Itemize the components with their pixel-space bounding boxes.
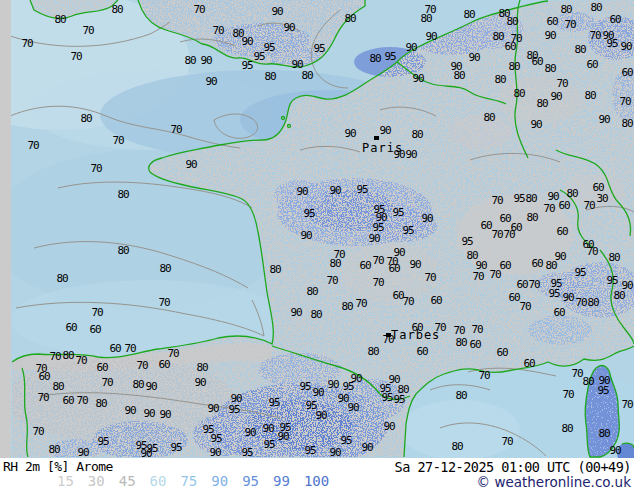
color-scale: 1530456075909599100 (57, 474, 329, 489)
rh-value-label: 90 (388, 374, 399, 385)
rh-value-label: 70 (355, 298, 366, 309)
rh-value-label: 80 (560, 4, 571, 15)
rh-value-label: 95 (210, 433, 221, 444)
rh-value-label: 70 (589, 30, 600, 41)
rh-value-label: 90 (350, 373, 361, 384)
rh-value-label: 95 (597, 385, 608, 396)
rh-value-label: 70 (101, 377, 112, 388)
rh-value-label: 90 (315, 410, 326, 421)
rh-value-label: 95 (393, 394, 404, 405)
rh-value-label: 90 (409, 259, 420, 270)
rh-value-label: 60 (158, 359, 169, 370)
rh-value-label: 95 (263, 439, 274, 450)
rh-value-label: 95 (461, 236, 472, 247)
rh-value-label: 80 (301, 70, 312, 81)
rh-value-label: 70 (562, 389, 573, 400)
rh-value-label: 90 (327, 379, 338, 390)
weather-map: 8070908070707080909095957095807080909080… (0, 0, 634, 458)
rh-value-label: 90 (379, 125, 390, 136)
rh-value-label: 90 (140, 448, 151, 459)
rh-value-label: 90 (296, 186, 307, 197)
rh-value-label: 70 (21, 38, 32, 49)
rh-value-label: 80 (526, 212, 537, 223)
rh-value-label: 70 (193, 4, 204, 15)
rh-value-label: 90 (547, 191, 558, 202)
rh-value-label: 80 (411, 129, 422, 140)
rh-value-label: 60 (504, 41, 515, 52)
rh-value-label: 60 (496, 347, 507, 358)
rh-value-label: 90 (329, 447, 340, 458)
rh-value-label: 60 (558, 200, 569, 211)
rh-value-label: 90 (244, 427, 255, 438)
rh-value-label: 95 (97, 436, 108, 447)
rh-value-label: 70 (402, 296, 413, 307)
rh-value-label: 80 (196, 362, 207, 373)
rh-value-label: 80 (587, 297, 598, 308)
rh-value-label: 80 (341, 301, 352, 312)
rh-value-label: 90 (412, 73, 423, 84)
rh-value-label: 80 (582, 376, 593, 387)
rh-value-label: 90 (383, 421, 394, 432)
rh-value-label: 80 (453, 70, 464, 81)
rh-value-label: 90 (312, 387, 323, 398)
rh-value-label: 80 (561, 423, 572, 434)
rh-value-label: 70 (372, 277, 383, 288)
rh-value-label: 90 (277, 431, 288, 442)
rh-value-label: 70 (619, 96, 630, 107)
rh-value-label: 80 (159, 263, 170, 274)
rh-value-label: 70 (583, 200, 594, 211)
rh-value-label: 70 (528, 279, 539, 290)
rh-value-label: 80 (574, 44, 585, 55)
rh-value-label: 60 (469, 339, 480, 350)
rh-value-label: 70 (70, 51, 81, 62)
rh-value-label: 95 (313, 43, 324, 54)
rh-value-label: 90 (368, 233, 379, 244)
rh-value-label: 60 (586, 59, 597, 70)
rh-value-label: 80 (62, 350, 73, 361)
scale-value: 15 (57, 474, 74, 489)
rh-value-label: 70 (489, 269, 500, 280)
rh-value-label: 60 (621, 67, 632, 78)
rh-value-label: 80 (584, 90, 595, 101)
rh-value-label: 90 (200, 55, 211, 66)
rh-value-label: 60 (546, 16, 557, 27)
rh-value-label: 80 (455, 337, 466, 348)
rh-value-label: 60 (388, 263, 399, 274)
rh-value-label: 95 (241, 60, 252, 71)
rh-value-label: 80 (369, 53, 380, 64)
rh-value-label: 60 (553, 307, 564, 318)
rh-value-label: 80 (544, 63, 555, 74)
rh-value-label: 70 (49, 351, 60, 362)
rh-value-label: 90 (347, 402, 358, 413)
rh-value-label: 80 (80, 113, 91, 124)
copyright: © weatheronline.co.uk (477, 474, 631, 490)
rh-value-label: 90 (262, 423, 273, 434)
rh-value-label: 60 (499, 213, 510, 224)
rh-value-label: 90 (598, 114, 609, 125)
rh-value-label: 80 (525, 193, 536, 204)
rh-value-label: 70 (37, 392, 48, 403)
rh-value-label: 70 (471, 324, 482, 335)
rh-value-label: 90 (300, 230, 311, 241)
city-label: Tarbes (391, 329, 440, 341)
rh-value-label: 70 (75, 355, 86, 366)
rh-value-label: 70 (491, 229, 502, 240)
rh-value-label: 90 (544, 30, 555, 41)
rh-value-label: 80 (117, 189, 128, 200)
rh-value-label: 80 (367, 346, 378, 357)
rh-value-label: 70 (82, 25, 93, 36)
rh-value-label: 80 (590, 2, 601, 13)
rh-value-label: 90 (550, 91, 561, 102)
rh-value-label: 70 (501, 436, 512, 447)
rh-value-label: 80 (184, 55, 195, 66)
rh-value-label: 95 (356, 184, 367, 195)
scale-value: 60 (150, 474, 167, 489)
rh-value-label: 90 (143, 408, 154, 419)
rh-value-label: 80 (455, 390, 466, 401)
rh-value-label: 95 (513, 193, 524, 204)
rh-value-label: 60 (556, 226, 567, 237)
rh-value-label: 95 (170, 442, 181, 453)
rh-value-label: 95 (340, 435, 351, 446)
rh-value-label: 70 (621, 399, 632, 410)
rh-value-label: 80 (508, 61, 519, 72)
